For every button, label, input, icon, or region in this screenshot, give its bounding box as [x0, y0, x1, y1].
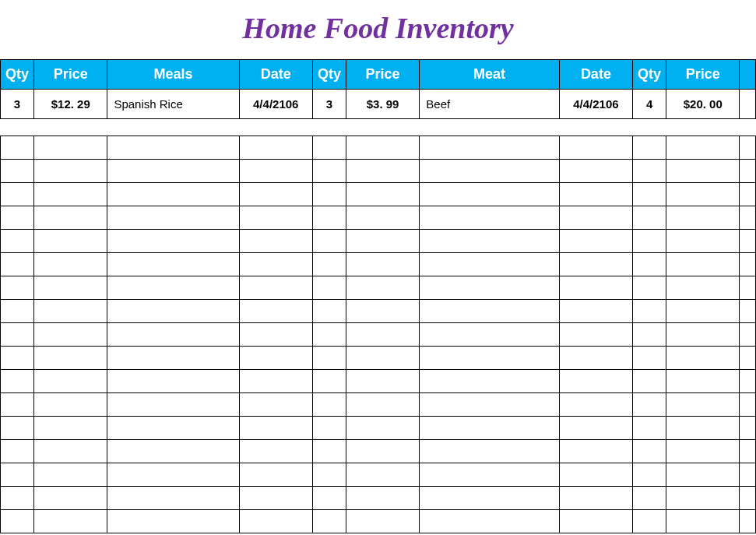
empty-cell[interactable] [1, 136, 34, 160]
empty-cell[interactable] [239, 347, 312, 370]
empty-cell[interactable] [740, 136, 756, 160]
cell-date-2[interactable]: 4/4/2106 [559, 90, 632, 119]
empty-cell[interactable] [34, 370, 107, 393]
empty-cell[interactable] [346, 230, 419, 253]
empty-cell[interactable] [239, 160, 312, 183]
empty-cell[interactable] [1, 323, 34, 347]
empty-cell[interactable] [34, 276, 107, 300]
table-row[interactable] [1, 347, 756, 370]
empty-cell[interactable] [559, 510, 632, 533]
empty-cell[interactable] [239, 463, 312, 487]
empty-cell[interactable] [1, 370, 34, 393]
table-row[interactable] [1, 370, 756, 393]
empty-cell[interactable] [312, 160, 346, 183]
empty-cell[interactable] [633, 487, 666, 510]
empty-cell[interactable] [633, 136, 666, 160]
empty-cell[interactable] [633, 183, 666, 206]
empty-cell[interactable] [346, 463, 419, 487]
empty-cell[interactable] [559, 393, 632, 417]
empty-cell[interactable] [34, 230, 107, 253]
empty-cell[interactable] [666, 393, 740, 417]
table-row[interactable] [1, 136, 756, 160]
empty-cell[interactable] [346, 323, 419, 347]
empty-cell[interactable] [346, 487, 419, 510]
empty-cell[interactable] [34, 510, 107, 533]
empty-cell[interactable] [107, 393, 239, 417]
empty-cell[interactable] [346, 253, 419, 276]
empty-cell[interactable] [312, 463, 346, 487]
empty-cell[interactable] [559, 347, 632, 370]
empty-cell[interactable] [34, 183, 107, 206]
empty-cell[interactable] [420, 253, 559, 276]
empty-cell[interactable] [34, 136, 107, 160]
empty-cell[interactable] [420, 276, 559, 300]
cell-price-3[interactable]: $20. 00 [666, 90, 740, 119]
cell-date-1[interactable]: 4/4/2106 [239, 90, 312, 119]
empty-cell[interactable] [239, 440, 312, 463]
empty-cell[interactable] [34, 206, 107, 230]
table-row[interactable] [1, 300, 756, 323]
empty-cell[interactable] [312, 276, 346, 300]
empty-cell[interactable] [312, 253, 346, 276]
empty-cell[interactable] [107, 230, 239, 253]
empty-cell[interactable] [633, 510, 666, 533]
empty-cell[interactable] [107, 253, 239, 276]
empty-cell[interactable] [633, 463, 666, 487]
empty-cell[interactable] [666, 230, 740, 253]
empty-cell[interactable] [239, 276, 312, 300]
empty-cell[interactable] [633, 323, 666, 347]
empty-cell[interactable] [666, 440, 740, 463]
empty-cell[interactable] [239, 206, 312, 230]
empty-cell[interactable] [107, 347, 239, 370]
empty-cell[interactable] [420, 230, 559, 253]
cell-price-1[interactable]: $12. 29 [34, 90, 107, 119]
table-row[interactable] [1, 160, 756, 183]
empty-cell[interactable] [666, 183, 740, 206]
empty-cell[interactable] [107, 136, 239, 160]
empty-cell[interactable] [312, 230, 346, 253]
empty-cell[interactable] [239, 487, 312, 510]
empty-cell[interactable] [346, 183, 419, 206]
empty-cell[interactable] [34, 417, 107, 440]
empty-cell[interactable] [666, 253, 740, 276]
empty-cell[interactable] [420, 206, 559, 230]
cell-meat[interactable]: Beef [420, 90, 559, 119]
empty-cell[interactable] [420, 136, 559, 160]
table-row[interactable] [1, 253, 756, 276]
empty-cell[interactable] [239, 136, 312, 160]
empty-cell[interactable] [107, 370, 239, 393]
empty-cell[interactable] [107, 487, 239, 510]
empty-cell[interactable] [559, 300, 632, 323]
empty-cell[interactable] [740, 276, 756, 300]
empty-cell[interactable] [107, 323, 239, 347]
empty-cell[interactable] [1, 417, 34, 440]
empty-cell[interactable] [420, 393, 559, 417]
table-row[interactable] [1, 440, 756, 463]
empty-cell[interactable] [346, 300, 419, 323]
empty-cell[interactable] [346, 276, 419, 300]
empty-cell[interactable] [312, 487, 346, 510]
empty-cell[interactable] [107, 160, 239, 183]
table-row[interactable] [1, 510, 756, 533]
empty-cell[interactable] [1, 253, 34, 276]
table-row[interactable] [1, 393, 756, 417]
empty-cell[interactable] [633, 347, 666, 370]
empty-cell[interactable] [34, 323, 107, 347]
empty-cell[interactable] [346, 347, 419, 370]
empty-cell[interactable] [559, 370, 632, 393]
empty-cell[interactable] [312, 417, 346, 440]
table-row[interactable]: 3 $12. 29 Spanish Rice 4/4/2106 3 $3. 99… [1, 90, 756, 119]
cell-extra[interactable] [740, 90, 756, 119]
empty-cell[interactable] [740, 370, 756, 393]
empty-cell[interactable] [312, 347, 346, 370]
empty-cell[interactable] [420, 440, 559, 463]
empty-cell[interactable] [312, 440, 346, 463]
empty-cell[interactable] [666, 347, 740, 370]
empty-cell[interactable] [633, 253, 666, 276]
table-row[interactable] [1, 206, 756, 230]
empty-cell[interactable] [1, 276, 34, 300]
empty-cell[interactable] [346, 510, 419, 533]
empty-cell[interactable] [559, 276, 632, 300]
empty-cell[interactable] [740, 417, 756, 440]
empty-cell[interactable] [312, 300, 346, 323]
